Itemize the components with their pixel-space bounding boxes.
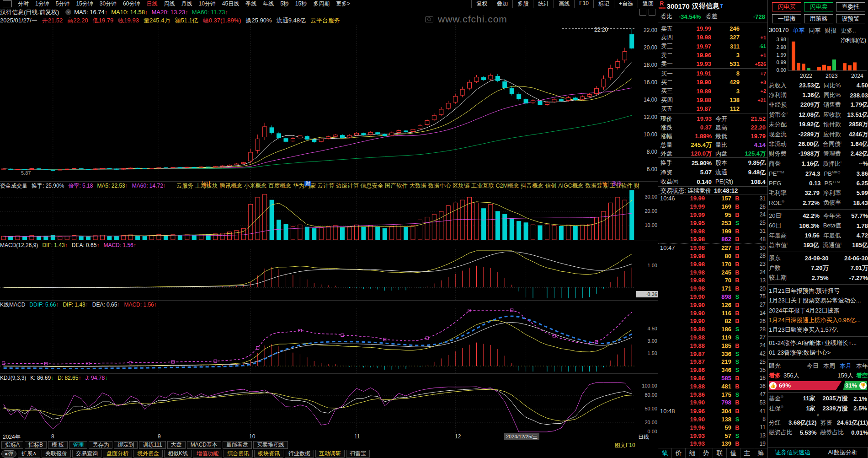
news-item[interactable]: 2024年年报于4月22日披露	[768, 306, 868, 315]
tick-row[interactable]: 10:4719.98227B30	[658, 243, 768, 252]
tick-row[interactable]: 10:4619.99157B31	[658, 194, 768, 203]
function-tab-9[interactable]: 行业数据	[285, 450, 314, 458]
tick-row[interactable]: 19.9870B13	[658, 276, 768, 285]
button-设预警[interactable]: 设预警	[836, 14, 865, 23]
tick-tab-势[interactable]: 势	[699, 448, 713, 458]
tick-row[interactable]: 19.90798B53	[658, 399, 768, 407]
graphic-f10-link[interactable]: 图文F10	[615, 442, 635, 449]
menu-item-12[interactable]: 年线	[260, 0, 277, 8]
f10-tab-4[interactable]: 更多..	[841, 27, 856, 35]
button-闪电卖[interactable]: 闪电卖	[804, 2, 833, 11]
tick-row[interactable]: 19.90126B27	[658, 301, 768, 309]
eye-tab-本月[interactable]: 本月	[840, 362, 852, 370]
tick-row[interactable]: 19.87336S42	[658, 350, 768, 358]
menu-item-15[interactable]: 多周期	[310, 0, 333, 8]
event-marker-易[interactable]: 易	[202, 181, 210, 187]
tick-tab-细[interactable]: 细	[686, 448, 699, 458]
bottom-tab-2[interactable]: 模 板	[48, 441, 68, 449]
function-tab-7[interactable]: 综合资讯	[224, 450, 253, 458]
tick-row[interactable]: 19.98245B24	[658, 268, 768, 276]
macd-chart[interactable]	[0, 249, 635, 300]
menu-right-item-6[interactable]: 标记	[593, 0, 614, 8]
tick-row[interactable]: 19.99169B26	[658, 203, 768, 211]
fullscreen-icon[interactable]	[649, 9, 655, 16]
tick-row[interactable]: 19.9659B11	[658, 423, 768, 431]
menu-right-item-3[interactable]: 统计	[533, 0, 554, 8]
eye-tab-今日[interactable]: 今日	[807, 362, 819, 370]
tick-row[interactable]: 19.90898S75	[658, 293, 768, 301]
tick-row[interactable]: 19.86175S47	[658, 390, 768, 399]
menu-item-6[interactable]: 日线	[143, 0, 160, 8]
bid-row-2[interactable]: 买二19.90429+3	[658, 78, 768, 86]
menu-item-1[interactable]: 1分钟	[32, 0, 53, 8]
window-icon[interactable]	[3, 0, 12, 7]
news-item[interactable]: 1月21日年报预告:预计扭亏	[768, 286, 868, 296]
bottom-tab-1[interactable]: 指标B	[25, 441, 47, 449]
function-tab-8[interactable]: 板块资讯	[254, 450, 283, 458]
tick-row[interactable]: 19.98171B20	[658, 285, 768, 293]
limitup-item[interactable]: 01-23曾涨停:数据中心>	[768, 348, 868, 357]
function-tab-3[interactable]: 盘面分析	[103, 450, 132, 458]
volume-chart[interactable]	[0, 189, 635, 241]
chevron-down-icon[interactable]: v	[65, 9, 71, 15]
tick-row[interactable]: 19.9995B24	[658, 211, 768, 219]
menu-right-item-4[interactable]: 画线	[554, 0, 574, 8]
menu-right-item-1[interactable]: 叠加	[492, 0, 512, 8]
tick-row[interactable]: 19.86346S35	[658, 366, 768, 374]
bottom-tab-4[interactable]: 另存为	[89, 441, 112, 449]
expand-chevron-icon[interactable]: ∨	[768, 413, 868, 418]
tick-row[interactable]: 19.90138S8	[658, 415, 768, 424]
tick-row[interactable]: 19.86585B16	[658, 374, 768, 383]
tick-row[interactable]: 19.87219S25	[658, 358, 768, 366]
menu-right-item-5[interactable]: F10	[574, 0, 593, 8]
menu-item-5[interactable]: 60分钟	[120, 0, 143, 8]
limitup-item[interactable]: 01-24涨停:AI智能体+业绩增长+...	[768, 338, 868, 348]
tick-row[interactable]: 19.88185B24	[658, 341, 768, 350]
tick-row[interactable]: 19.9357S13	[658, 431, 768, 440]
f10-tab-0[interactable]: 300170	[769, 27, 788, 35]
f10-tab-1[interactable]: 单季	[793, 27, 804, 35]
news-item[interactable]: 1月24日深股通上榜净买入0.96亿...	[768, 315, 868, 325]
event-marker-财[interactable]: 财	[304, 181, 311, 186]
tick-row[interactable]: 19.98199B31	[658, 227, 768, 235]
tick-tab-价[interactable]: 价	[672, 448, 686, 458]
menu-item-10[interactable]: 45日线	[219, 0, 242, 8]
tick-row[interactable]: 19.88119S27	[658, 334, 768, 342]
button-闪电买[interactable]: 闪电买	[772, 2, 801, 11]
menu-right-item-0[interactable]: 复权	[471, 0, 492, 8]
button-查委托[interactable]: 查委托	[836, 2, 865, 11]
f10-bottom-tab-1[interactable]: AI数据分析	[818, 447, 868, 458]
menu-item-4[interactable]: 30分钟	[96, 0, 120, 8]
tick-row[interactable]: 19.9880B28	[658, 252, 768, 260]
menu-item-0[interactable]: 分时	[15, 0, 32, 8]
tick-row[interactable]: 19.98862B48	[658, 235, 768, 243]
bottom-tab-10[interactable]: 买卖堆积线	[253, 441, 288, 449]
candlestick-chart[interactable]	[0, 25, 635, 180]
function-tab-0[interactable]: 扩展∧	[18, 450, 40, 458]
event-marker-预[interactable]: 预	[601, 181, 608, 187]
bid-row-5[interactable]: 买五19.87112	[658, 104, 768, 113]
eye-tab-本周[interactable]: 本周	[823, 362, 835, 370]
button-一键撤[interactable]: 一键撤	[772, 14, 801, 23]
f10-tab-3[interactable]: 财报	[825, 27, 836, 35]
tick-tab-筹[interactable]: 筹	[754, 448, 768, 458]
ask-row-4[interactable]: 卖四19.98327+1	[658, 33, 768, 42]
menu-right-item-8[interactable]: 返回	[638, 0, 658, 8]
news-item[interactable]: 1月23日关于股票交易异常波动公...	[768, 296, 868, 305]
bid-row-4[interactable]: 买四19.88138+21	[658, 96, 768, 104]
bid-row-1[interactable]: 买一19.918+7	[658, 69, 768, 78]
kline-macd-chart[interactable]	[0, 308, 635, 373]
tick-tab-笔[interactable]: 笔	[658, 448, 672, 458]
eye-tab-本年[interactable]: 本年	[856, 362, 868, 370]
menu-item-2[interactable]: 5分钟	[53, 0, 73, 8]
ask-row-3[interactable]: 卖三19.97311-61	[658, 42, 768, 51]
tick-row[interactable]: 19.88481B36	[658, 382, 768, 390]
button-用策略[interactable]: 用策略	[804, 14, 833, 23]
news-item[interactable]: 1月23日融资净买入1.57亿	[768, 325, 868, 334]
function-tab-2[interactable]: 交易查询	[72, 450, 101, 458]
tick-tab-联[interactable]: 联	[713, 448, 727, 458]
bottom-tab-6[interactable]: 训练111	[139, 441, 165, 449]
menu-item-3[interactable]: 15分钟	[73, 0, 96, 8]
bottom-tab-9[interactable]: 量能看盘	[223, 441, 252, 449]
ask-row-2[interactable]: 卖二19.963+1	[658, 51, 768, 59]
